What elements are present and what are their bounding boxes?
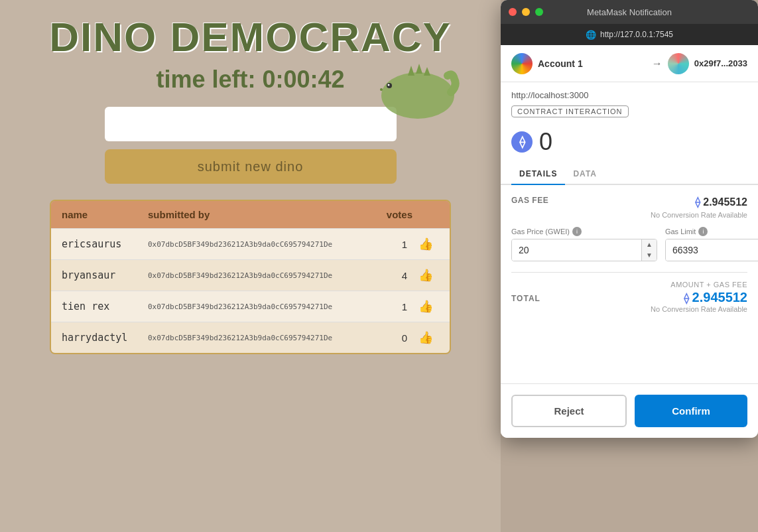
vote-button[interactable]: 👍 bbox=[412, 330, 439, 345]
svg-point-6 bbox=[388, 84, 390, 86]
close-dot[interactable] bbox=[509, 8, 517, 16]
total-amount-group: 2.945512 No Conversion Rate Available bbox=[651, 290, 747, 321]
dino-address: 0x07dbcD5BF349bd236212A3b9da0cC695794271… bbox=[148, 302, 373, 311]
gas-price-group: Gas Price (GWEI) i ▲ ▼ bbox=[511, 227, 657, 261]
dino-name: ericsaurus bbox=[62, 238, 148, 250]
submit-area: submit new dino bbox=[105, 107, 397, 184]
gas-fee-eth: 2.945512 bbox=[695, 196, 747, 208]
mm-accountbar: Account 1 → 0x29f7...2033 bbox=[501, 45, 758, 82]
gas-price-down[interactable]: ▼ bbox=[642, 250, 657, 261]
dino-name: bryansaur bbox=[62, 269, 148, 281]
total-row: TOTAL 2.945512 No Conversion Rate Availa… bbox=[511, 290, 747, 321]
gas-limit-label: Gas Limit i bbox=[665, 227, 758, 236]
svg-marker-2 bbox=[408, 66, 414, 76]
gas-limit-info-icon[interactable]: i bbox=[698, 227, 708, 236]
minimize-dot[interactable] bbox=[522, 8, 530, 16]
tab-details[interactable]: DETAILS bbox=[511, 164, 565, 185]
maximize-dot[interactable] bbox=[535, 8, 543, 16]
site-url: http://localhost:3000 bbox=[501, 82, 758, 103]
gas-fee-amount-group: 2.945512 bbox=[695, 196, 747, 208]
to-address: 0x29f7...2033 bbox=[694, 58, 747, 68]
gas-fee-row: GAS FEE 2.945512 bbox=[511, 196, 747, 208]
col-action bbox=[412, 209, 439, 220]
account-name: Account 1 bbox=[538, 58, 647, 69]
table-row: ericsaurus 0x07dbcD5BF349bd236212A3b9da0… bbox=[51, 228, 450, 259]
gas-price-label: Gas Price (GWEI) i bbox=[511, 227, 657, 236]
dino-name-input[interactable] bbox=[105, 107, 397, 141]
gas-fee-label: GAS FEE bbox=[511, 196, 548, 205]
amount-row: ⟠ 0 bbox=[501, 123, 758, 164]
svg-point-0 bbox=[381, 72, 454, 119]
total-eth: 2.945512 bbox=[651, 290, 747, 305]
timer-display: time left: 0:00:42 bbox=[156, 66, 344, 94]
dino-address: 0x07dbcD5BF349bd236212A3b9da0cC695794271… bbox=[148, 271, 373, 280]
mm-tabs: DETAILS DATA bbox=[501, 164, 758, 185]
dino-votes: 0 bbox=[373, 332, 412, 344]
vote-button[interactable]: 👍 bbox=[412, 268, 439, 283]
submit-dino-button[interactable]: submit new dino bbox=[105, 149, 397, 184]
svg-marker-4 bbox=[424, 67, 430, 76]
url-display: http://127.0.0.1:7545 bbox=[600, 30, 673, 39]
vote-button[interactable]: 👍 bbox=[412, 299, 439, 314]
globe-icon: 🌐 bbox=[586, 30, 596, 40]
gas-price-up[interactable]: ▲ bbox=[642, 239, 657, 250]
tab-data[interactable]: DATA bbox=[565, 164, 605, 185]
to-avatar bbox=[668, 53, 689, 74]
dino-democracy-app: DINO DEMOCRACY time left: 0:00:42 bbox=[0, 0, 501, 532]
dino-votes: 1 bbox=[373, 301, 412, 312]
mm-footer: Reject Confirm bbox=[501, 383, 758, 438]
table-row: harrydactyl 0x07dbcD5BF349bd236212A3b9da… bbox=[51, 322, 450, 353]
gas-limit-group: Gas Limit i ▲ ▼ bbox=[665, 227, 758, 261]
dino-address: 0x07dbcD5BF349bd236212A3b9da0cC695794271… bbox=[148, 240, 373, 249]
table-header: name submitted by votes bbox=[51, 201, 450, 228]
dino-name: tien rex bbox=[62, 300, 148, 312]
table-body: ericsaurus 0x07dbcD5BF349bd236212A3b9da0… bbox=[51, 228, 450, 353]
dino-name: harrydactyl bbox=[62, 332, 148, 344]
amount-value: 0 bbox=[539, 128, 552, 156]
col-submitted-by: submitted by bbox=[148, 209, 359, 220]
dino-table: name submitted by votes ericsaurus 0x07d… bbox=[50, 200, 451, 354]
total-label-row: AMOUNT + GAS FEE bbox=[511, 281, 747, 289]
mm-content: http://localhost:3000 CONTRACT INTERACTI… bbox=[501, 82, 758, 383]
metamask-window: MetaMask Notification 🌐 http://127.0.0.1… bbox=[501, 0, 758, 438]
titlebar-dots bbox=[509, 8, 543, 16]
mm-details: GAS FEE 2.945512 No Conversion Rate Avai… bbox=[501, 185, 758, 383]
timer-row: time left: 0:00:42 bbox=[0, 66, 501, 94]
dino-votes: 1 bbox=[373, 239, 412, 250]
window-title: MetaMask Notification bbox=[587, 7, 672, 17]
app-title: DINO DEMOCRACY bbox=[0, 13, 501, 60]
gas-limit-input[interactable] bbox=[666, 239, 758, 261]
gas-price-spinner: ▲ ▼ bbox=[641, 239, 657, 261]
svg-marker-3 bbox=[416, 64, 422, 74]
dino-votes: 4 bbox=[373, 270, 412, 281]
reject-button[interactable]: Reject bbox=[511, 395, 627, 427]
total-label: TOTAL bbox=[511, 290, 540, 303]
total-no-conversion: No Conversion Rate Available bbox=[651, 305, 747, 313]
table-row: tien rex 0x07dbcD5BF349bd236212A3b9da0cC… bbox=[51, 291, 450, 322]
contract-badge: CONTRACT INTERACTION bbox=[511, 105, 629, 117]
from-avatar bbox=[511, 53, 533, 74]
gas-limit-input-wrapper: ▲ ▼ bbox=[665, 239, 758, 261]
gas-fee-no-conversion: No Conversion Rate Available bbox=[511, 211, 747, 219]
amount-gas-label: AMOUNT + GAS FEE bbox=[670, 281, 747, 289]
eth-icon: ⟠ bbox=[511, 131, 533, 153]
dino-illustration bbox=[375, 59, 461, 128]
table-row: bryansaur 0x07dbcD5BF349bd236212A3b9da0c… bbox=[51, 259, 450, 291]
mm-titlebar: MetaMask Notification bbox=[501, 0, 758, 24]
vote-button[interactable]: 👍 bbox=[412, 237, 439, 251]
gas-price-input-wrapper: ▲ ▼ bbox=[511, 239, 657, 261]
svg-point-7 bbox=[380, 88, 383, 91]
confirm-button[interactable]: Confirm bbox=[635, 395, 747, 427]
mm-urlbar: 🌐 http://127.0.0.1:7545 bbox=[501, 24, 758, 45]
arrow-icon: → bbox=[652, 58, 663, 70]
col-votes: votes bbox=[359, 209, 412, 220]
total-section: AMOUNT + GAS FEE TOTAL 2.945512 No Conve… bbox=[511, 272, 747, 321]
col-name: name bbox=[62, 209, 148, 220]
gas-inputs-row: Gas Price (GWEI) i ▲ ▼ Gas Limit i bbox=[511, 227, 747, 261]
gas-price-input[interactable] bbox=[512, 239, 641, 261]
dino-address: 0x07dbcD5BF349bd236212A3b9da0cC695794271… bbox=[148, 334, 373, 342]
gas-price-info-icon[interactable]: i bbox=[572, 227, 582, 236]
